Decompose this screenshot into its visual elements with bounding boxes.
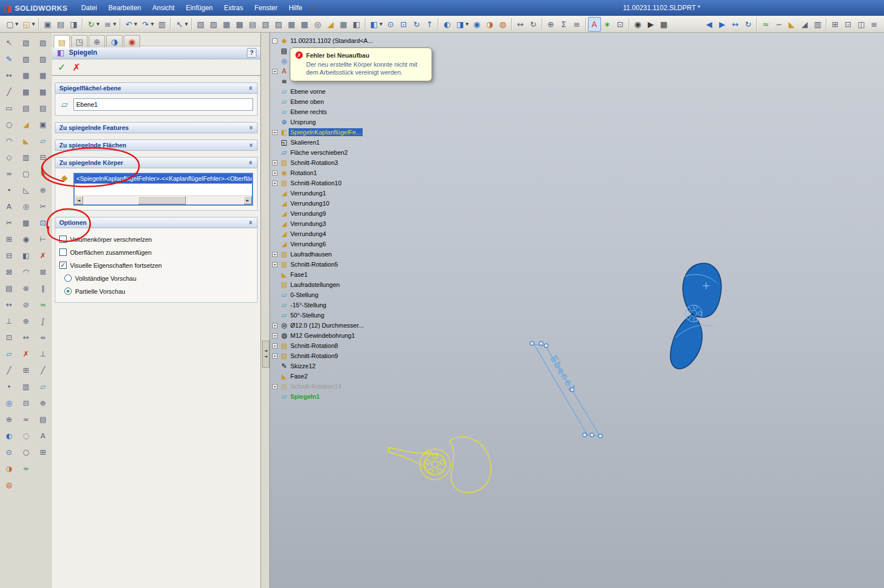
tree-expander[interactable]: + — [272, 343, 277, 349]
collapse-chevron-icon[interactable]: « — [249, 159, 253, 167]
undercut-analysis-button[interactable]: ▼ — [798, 17, 811, 32]
tree-expander[interactable]: + — [272, 252, 277, 257]
revolved-boss-tool-button[interactable] — [19, 51, 33, 66]
section-header-mirror-faces[interactable]: Zu spiegelnde Flächen « — [55, 140, 258, 151]
help-button[interactable]: ? — [247, 48, 256, 58]
flex-tool-button[interactable] — [19, 412, 33, 426]
rendermanager-tab[interactable] — [124, 35, 140, 47]
filled-surface-button[interactable] — [36, 117, 50, 132]
sketch-button[interactable] — [2, 51, 16, 66]
chamfer-tool-button[interactable] — [19, 133, 33, 148]
dimxpertmanager-tab[interactable] — [89, 35, 105, 47]
boundary-boss-tool-button[interactable] — [19, 101, 33, 115]
tree-item[interactable]: + SpiegelnKaplanflügelFe... — [272, 127, 363, 137]
dropdown-arrow-icon[interactable]: ▼ — [151, 22, 154, 27]
section-header-mirror-features[interactable]: Zu spiegelnde Features « — [55, 122, 258, 133]
edit-appearance-button[interactable]: ▼ — [484, 17, 497, 32]
replace-face-button[interactable] — [36, 264, 50, 279]
tree-item[interactable]: + Schnitt-Rotation14 — [272, 381, 343, 391]
rotate-arrows-button[interactable]: ▼ — [742, 17, 755, 32]
rotate-view-button[interactable]: ▼ — [410, 17, 423, 32]
menu-hilfe[interactable]: Hilfe — [283, 2, 308, 14]
tree-item[interactable]: + M12 Gewindebohrung1 — [272, 330, 356, 341]
tree-expander[interactable]: + — [272, 130, 277, 135]
fillet-tool-button[interactable] — [19, 117, 33, 132]
select-button[interactable]: ▼ — [173, 17, 189, 32]
mirror-entities-button[interactable] — [2, 264, 16, 279]
horizontal-scrollbar[interactable]: ◄ ► — [75, 195, 252, 204]
mirror-plane-input[interactable] — [73, 98, 253, 111]
ok-button[interactable]: ✓ — [58, 63, 66, 72]
dome-tool-button[interactable] — [19, 264, 33, 279]
tree-expander[interactable]: + — [272, 181, 277, 186]
panel-splitter[interactable]: ◄◄ — [261, 33, 270, 588]
tree-item[interactable]: Fase2 — [272, 371, 310, 381]
extend-surface-button[interactable] — [36, 232, 50, 246]
dropdown-arrow-icon[interactable]: ▼ — [32, 22, 34, 27]
zoom-fit-tool-button[interactable] — [2, 445, 16, 459]
reference-plane-button[interactable] — [2, 346, 16, 361]
move-entities-button[interactable] — [2, 297, 16, 312]
zebra-stripes-button[interactable]: ▼ — [772, 17, 785, 32]
thickness-analysis-button[interactable]: ▼ — [811, 17, 824, 32]
mirror-plane-ebene1[interactable]: Ebene1 — [530, 342, 603, 438]
combine-tool-button[interactable] — [19, 313, 33, 328]
arc-button[interactable] — [2, 133, 16, 148]
tree-expander[interactable]: + — [272, 171, 277, 176]
equations-button[interactable]: ▼ — [571, 17, 583, 32]
mate-reference-button[interactable] — [2, 395, 16, 410]
draft-tool-button[interactable] — [19, 182, 33, 197]
sketch-picture-button[interactable] — [36, 412, 50, 426]
dropdown-arrow-icon[interactable]: ▼ — [185, 22, 188, 27]
section-view-button[interactable]: ▼ — [441, 17, 454, 32]
measure-tool-button[interactable] — [2, 412, 16, 426]
extruded-boss-tool-button[interactable] — [19, 35, 33, 50]
image-capture-button[interactable]: ▼ — [657, 17, 670, 32]
tree-expander[interactable]: + — [272, 69, 277, 74]
tree-expander[interactable]: + — [272, 354, 277, 359]
indent-tool-button[interactable] — [19, 395, 33, 410]
swept-boss-button[interactable]: ▼ — [220, 17, 233, 32]
apply-scene-tool-button[interactable] — [2, 477, 16, 492]
window-layout-button[interactable]: ▼ — [855, 17, 868, 32]
planar-surface-button[interactable] — [36, 133, 50, 148]
tree-expander[interactable]: + — [272, 262, 277, 267]
snap-settings-button[interactable]: ▼ — [842, 17, 855, 32]
curve-through-points-button[interactable] — [36, 297, 50, 312]
menu-bearbeiten[interactable]: Bearbeiten — [103, 2, 147, 14]
circle-button[interactable] — [2, 117, 16, 132]
hole-wizard-tool-button[interactable] — [19, 199, 33, 214]
composite-curve-button[interactable] — [36, 330, 50, 345]
orbit-button[interactable]: ▼ — [527, 17, 540, 32]
polygon-button[interactable] — [2, 150, 16, 164]
next-view-button[interactable]: ▼ — [716, 17, 729, 32]
tree-item[interactable]: Verrundung1 — [272, 188, 328, 198]
circular-pattern-tool-button[interactable] — [19, 232, 33, 246]
line-button[interactable] — [2, 84, 16, 99]
lofted-cut-button[interactable]: ▼ — [298, 17, 311, 32]
checkbox[interactable] — [59, 262, 67, 269]
rebuild-button[interactable]: ▼ — [85, 17, 101, 32]
panel-collapse-button[interactable]: ◄◄ — [262, 341, 269, 368]
knit-surfaces-checkbox[interactable]: Oberflächen zusammenfügen — [59, 246, 253, 259]
tree-expander[interactable]: + — [272, 384, 277, 389]
partial-preview-radio[interactable]: Partielle Vorschau — [64, 285, 253, 298]
menu-fenster[interactable]: Fenster — [249, 2, 284, 14]
tree-item[interactable]: Ursprung — [272, 117, 317, 127]
tree-item[interactable] — [272, 76, 292, 86]
draft-analysis-button[interactable]: ▼ — [785, 17, 798, 32]
radio-button[interactable] — [64, 275, 72, 282]
scrollbar-track[interactable] — [83, 196, 243, 204]
standard-views-button[interactable]: ▼ — [368, 17, 384, 32]
dropdown-arrow-icon[interactable]: ▼ — [134, 22, 137, 27]
tree-item[interactable]: + Schnitt-Rotation3 — [272, 158, 339, 168]
menu-datei[interactable]: Datei — [76, 2, 103, 14]
point-button[interactable] — [2, 182, 16, 197]
menu-ansicht[interactable]: Ansicht — [147, 2, 180, 14]
tree-item[interactable]: Fläche verschieben2 — [272, 147, 350, 158]
tree-expander[interactable]: - — [272, 38, 277, 43]
section-header-mirror-bodies[interactable]: Zu spiegelnde Körper « — [55, 157, 258, 168]
tree-item[interactable]: + — [272, 66, 292, 76]
ruled-surface-button[interactable] — [36, 281, 50, 295]
zoom-to-fit-button[interactable]: ▼ — [384, 17, 397, 32]
